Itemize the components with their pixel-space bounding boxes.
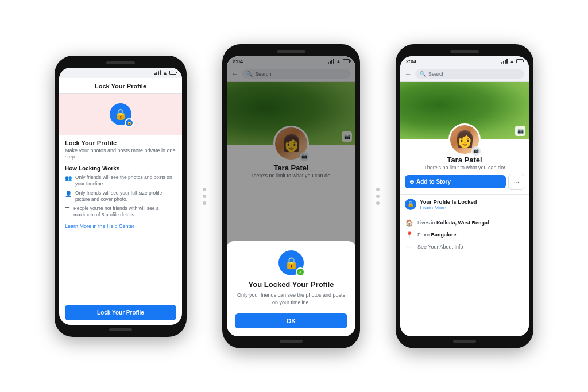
modal-icon-area: 🔒 ✓ (235, 250, 347, 275)
main-scene: ▲ Lock Your Profile 🔒 Lock (0, 0, 588, 392)
phone-1-header: Lock Your Profile (59, 78, 182, 94)
phone-1-banner: 🔒 (59, 94, 182, 135)
section-title: Lock Your Profile (65, 139, 176, 146)
phone-2: 2:04 ▲ ← 🔍 Search (222, 44, 360, 348)
lock-symbol: 🔒 (114, 108, 127, 121)
profile-avatar-container-3: 👩 📷 (448, 123, 481, 156)
more-options-button[interactable]: ··· (508, 174, 524, 190)
how-locking-works-title: How Locking Works (65, 165, 176, 172)
phone-1-title: Lock Your Profile (95, 83, 146, 90)
phone-3-status-icons: ▲ (501, 59, 523, 64)
phone-3: 2:04 ▲ ← 🔍 Search (396, 44, 533, 348)
profile-tagline-3: There's no limit to what you can do! (400, 165, 529, 170)
phone-2-home-button[interactable] (280, 340, 303, 343)
phone-2-speaker (277, 50, 305, 53)
how-item-2-text: Only friends will see your full-size pro… (75, 190, 176, 203)
lives-location: Kolkata, West Bengal (436, 220, 489, 226)
dots-separator-1 (203, 188, 206, 205)
phone-3-home-button[interactable] (453, 340, 476, 343)
check-icon: ✓ (296, 267, 305, 277)
phone-3-time: 2:04 (406, 59, 416, 64)
home-icon: 🏠 (405, 219, 414, 227)
dot-5 (376, 195, 380, 198)
battery-icon-3 (516, 59, 523, 63)
from-text: From Bangalore (417, 232, 457, 238)
search-icon-3: 🔍 (420, 71, 426, 77)
section-text: Make your photos and posts more private … (65, 148, 176, 161)
wifi-icon: ▲ (163, 70, 168, 76)
phone-3-search-bar: ← 🔍 Search (400, 67, 529, 82)
from-row: 📍 From Bangalore (400, 229, 529, 241)
dot-1 (203, 188, 206, 191)
avatar-camera-icon-3[interactable]: 📷 (471, 146, 481, 156)
how-item-1: 👥 Only friends will see the photos and p… (65, 174, 176, 187)
add-story-label: Add to Story (416, 178, 451, 185)
add-to-story-button[interactable]: ⊕ Add to Story (405, 175, 506, 188)
phone-1-home-button[interactable] (109, 328, 132, 331)
signal-icon-3 (501, 59, 508, 64)
how-item-2: 👤 Only friends will see your full-size p… (65, 190, 176, 203)
phone-1-speaker (106, 61, 135, 64)
lives-in-text: Lives in Kolkata, West Bengal (417, 220, 489, 226)
lock-profile-icon: 🔒 (110, 103, 131, 125)
add-story-row: ⊕ Add to Story ··· (405, 174, 524, 190)
search-pill-3[interactable]: 🔍 Search (415, 69, 524, 79)
dot-3 (203, 201, 206, 205)
plus-icon: ⊕ (409, 178, 414, 185)
about-icon: ··· (405, 243, 414, 250)
dots-separator-2 (376, 188, 380, 205)
dot-2 (203, 195, 206, 198)
divider-2 (400, 215, 529, 215)
back-arrow-icon-3[interactable]: ← (405, 70, 412, 78)
help-center-link[interactable]: Learn More in the Help Center (65, 223, 176, 229)
wifi-icon-3: ▲ (509, 59, 514, 64)
avatar-face-3: 👩 (455, 130, 475, 149)
divider-1 (400, 194, 529, 195)
about-text[interactable]: See Your About Info (417, 244, 463, 250)
phone-1-status-icons: ▲ (154, 70, 176, 76)
locked-text-block: Your Profile Is Locked Learn More (420, 199, 477, 211)
location-icon: 📍 (405, 231, 414, 239)
phone-1-screen: ▲ Lock Your Profile 🔒 Lock (59, 68, 182, 325)
shield-lock-icon: 🔒 (284, 256, 299, 270)
profile-icon: 👤 (65, 191, 72, 197)
lock-profile-button[interactable]: Lock Your Profile (65, 305, 176, 320)
locked-profile-row: 🔒 Your Profile Is Locked Learn More (400, 196, 529, 213)
phone-1-body: Lock Your Profile Make your photos and p… (59, 135, 182, 325)
lives-in-row: 🏠 Lives in Kolkata, West Bengal (400, 217, 529, 229)
dot-4 (376, 188, 380, 191)
how-item-1-text: Only friends will see the photos and pos… (75, 174, 176, 187)
friends-icon: 👥 (65, 175, 72, 181)
modal-text: Only your friends can see the photos and… (235, 292, 347, 306)
phone-3-status-bar: 2:04 ▲ (400, 56, 529, 67)
locked-label: Your Profile Is Locked (420, 199, 477, 205)
phone-3-body: ⊕ Add to Story ··· 🔒 Your Profile Is Loc… (400, 174, 529, 336)
phone-2-screen: 2:04 ▲ ← 🔍 Search (227, 56, 355, 336)
how-item-3: ☰ People you're not friends with will se… (65, 205, 176, 218)
lock-badge (125, 118, 134, 127)
phone-3-screen: 2:04 ▲ ← 🔍 Search (400, 56, 529, 336)
profile-name-3: Tara Patel (400, 156, 529, 164)
phone-1-status-bar: ▲ (59, 68, 182, 78)
phone-1: ▲ Lock Your Profile 🔒 Lock (55, 56, 187, 337)
how-item-3-text: People you're not friends with will see … (74, 205, 176, 218)
ok-button[interactable]: OK (235, 313, 347, 328)
modal-title: You Locked Your Profile (235, 280, 347, 289)
locked-shield-icon: 🔒 (405, 199, 416, 210)
modal-overlay: 🔒 ✓ You Locked Your Profile Only your fr… (227, 56, 355, 336)
learn-more-link[interactable]: Learn More (420, 205, 477, 211)
phone-3-speaker (450, 50, 479, 53)
dot-6 (376, 201, 380, 205)
from-location: Bangalore (431, 232, 457, 238)
locked-modal: 🔒 ✓ You Locked Your Profile Only your fr… (227, 241, 355, 336)
phone-3-cover-photo: 📷 👩 📷 (400, 82, 529, 139)
phone-1-content: 🔒 Lock Your Profile Make your photos and… (59, 94, 182, 325)
modal-shield-icon: 🔒 ✓ (278, 250, 304, 275)
cover-camera-icon-3[interactable]: 📷 (515, 126, 525, 136)
search-label-3: Search (428, 71, 445, 77)
battery-icon (169, 71, 176, 75)
about-row: ··· See Your About Info (400, 241, 529, 253)
signal-icon (154, 71, 161, 75)
list-icon: ☰ (65, 206, 70, 212)
